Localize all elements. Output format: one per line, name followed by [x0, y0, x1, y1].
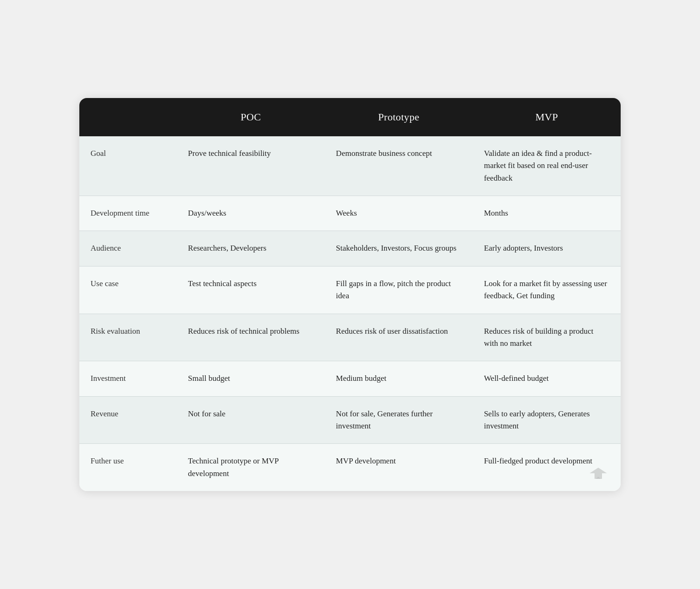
row-label: Development time — [79, 196, 177, 231]
row-label: Revenue — [79, 396, 177, 444]
row-poc-cell: Researchers, Developers — [177, 231, 325, 266]
row-mvp-cell: Early adopters, Investors — [473, 231, 621, 266]
row-label: Futher use — [79, 444, 177, 491]
row-prototype-cell: Weeks — [325, 196, 473, 231]
row-poc-cell: Not for sale — [177, 396, 325, 444]
row-mvp-cell: Reduces risk of building a product with … — [473, 314, 621, 361]
row-label: Investment — [79, 361, 177, 396]
row-label: Audience — [79, 231, 177, 266]
table-row: AudienceResearchers, DevelopersStakehold… — [79, 231, 621, 266]
row-prototype-cell: Stakeholders, Investors, Focus groups — [325, 231, 473, 266]
watermark-icon — [589, 466, 608, 483]
row-prototype-cell: Demonstrate business concept — [325, 136, 473, 196]
table-row: GoalProve technical feasibilityDemonstra… — [79, 136, 621, 196]
table-row: InvestmentSmall budgetMedium budgetWell-… — [79, 361, 621, 396]
row-poc-cell: Reduces risk of technical problems — [177, 314, 325, 361]
table-row: Risk evaluationReduces risk of technical… — [79, 314, 621, 361]
row-poc-cell: Small budget — [177, 361, 325, 396]
row-prototype-cell: MVP development — [325, 444, 473, 491]
row-prototype-cell: Fill gaps in a flow, pitch the product i… — [325, 266, 473, 314]
row-prototype-cell: Not for sale, Generates further investme… — [325, 396, 473, 444]
row-mvp-cell: Validate an idea & find a product-market… — [473, 136, 621, 196]
header-col-label — [79, 98, 177, 136]
row-mvp-cell: Sells to early adopters, Generates inves… — [473, 396, 621, 444]
row-mvp-cell: Months — [473, 196, 621, 231]
table-row: Use caseTest technical aspectsFill gaps … — [79, 266, 621, 314]
table-header-row: POC Prototype MVP — [79, 98, 621, 136]
comparison-table: POC Prototype MVP GoalProve technical fe… — [79, 98, 621, 491]
comparison-table-wrapper: POC Prototype MVP GoalProve technical fe… — [79, 98, 621, 491]
row-prototype-cell: Reduces risk of user dissatisfaction — [325, 314, 473, 361]
row-poc-cell: Test technical aspects — [177, 266, 325, 314]
header-col-mvp: MVP — [473, 98, 621, 136]
table-row: Futher useTechnical prototype or MVP dev… — [79, 444, 621, 491]
row-label: Risk evaluation — [79, 314, 177, 361]
table-row: Development timeDays/weeksWeeksMonths — [79, 196, 621, 231]
row-label: Goal — [79, 136, 177, 196]
row-mvp-cell: Look for a market fit by assessing user … — [473, 266, 621, 314]
row-poc-cell: Technical prototype or MVP development — [177, 444, 325, 491]
row-mvp-cell: Well-defined budget — [473, 361, 621, 396]
header-col-prototype: Prototype — [325, 98, 473, 136]
row-poc-cell: Prove technical feasibility — [177, 136, 325, 196]
table-row: RevenueNot for saleNot for sale, Generat… — [79, 396, 621, 444]
header-col-poc: POC — [177, 98, 325, 136]
row-label: Use case — [79, 266, 177, 314]
row-poc-cell: Days/weeks — [177, 196, 325, 231]
row-prototype-cell: Medium budget — [325, 361, 473, 396]
